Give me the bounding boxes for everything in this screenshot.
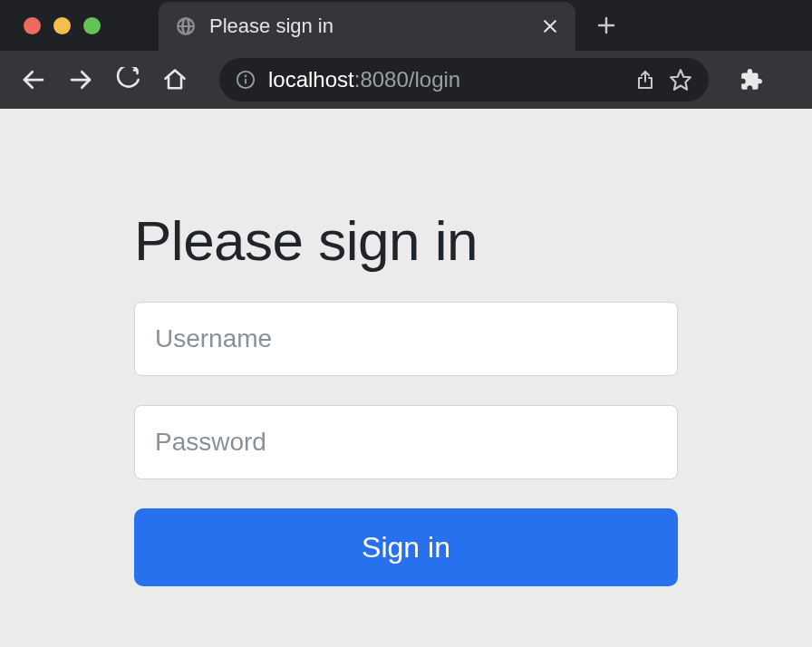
svg-marker-10 bbox=[671, 70, 691, 90]
page-content: Please sign in Sign in bbox=[0, 109, 812, 586]
new-tab-button[interactable] bbox=[595, 14, 617, 36]
login-heading: Please sign in bbox=[134, 208, 678, 273]
site-info-icon[interactable] bbox=[236, 70, 256, 90]
extensions-button[interactable] bbox=[736, 64, 767, 95]
url-text: localhost:8080/login bbox=[268, 67, 622, 92]
browser-tab[interactable]: Please sign in bbox=[159, 2, 575, 51]
login-form: Please sign in Sign in bbox=[134, 208, 678, 586]
share-button[interactable] bbox=[634, 69, 656, 91]
tab-title: Please sign in bbox=[209, 14, 528, 38]
window-maximize-button[interactable] bbox=[83, 17, 101, 34]
url-path: :8080/login bbox=[354, 67, 460, 92]
tab-close-button[interactable] bbox=[541, 17, 559, 35]
bookmark-button[interactable] bbox=[669, 68, 692, 92]
window-close-button[interactable] bbox=[24, 17, 41, 34]
url-host: localhost bbox=[268, 67, 354, 92]
globe-icon bbox=[175, 15, 197, 37]
window-minimize-button[interactable] bbox=[53, 17, 71, 34]
reload-button[interactable] bbox=[112, 64, 143, 95]
password-input[interactable] bbox=[134, 405, 678, 479]
browser-titlebar: Please sign in bbox=[0, 0, 812, 51]
svg-point-8 bbox=[246, 75, 246, 76]
browser-toolbar: localhost:8080/login bbox=[0, 51, 812, 109]
address-bar[interactable]: localhost:8080/login bbox=[219, 58, 709, 101]
window-controls bbox=[0, 17, 101, 34]
sign-in-button[interactable]: Sign in bbox=[134, 508, 678, 586]
username-input[interactable] bbox=[134, 302, 678, 376]
back-button[interactable] bbox=[18, 64, 49, 95]
forward-button[interactable] bbox=[65, 64, 96, 95]
home-button[interactable] bbox=[160, 64, 190, 95]
